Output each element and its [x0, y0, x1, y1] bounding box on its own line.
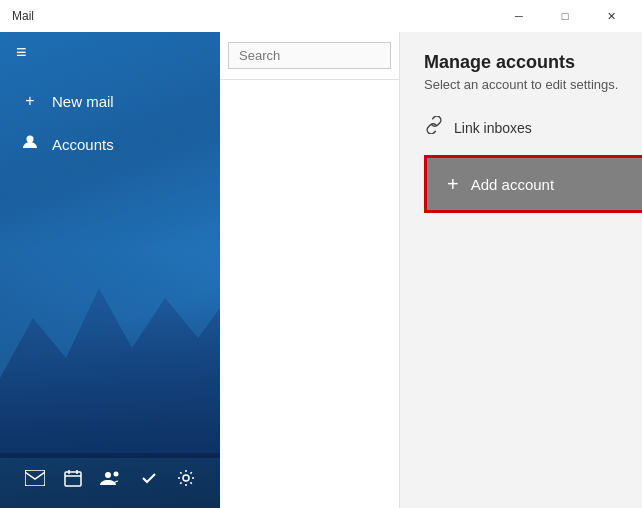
- svg-rect-1: [25, 470, 45, 486]
- sidebar-top: ≡: [0, 32, 220, 72]
- panel-title: Manage accounts: [424, 52, 642, 73]
- app-title: Mail: [12, 9, 34, 23]
- minimize-button[interactable]: ─: [496, 0, 542, 32]
- sidebar: ≡ + New mail Accounts: [0, 32, 220, 508]
- accounts-icon: [20, 134, 40, 154]
- svg-point-6: [105, 472, 111, 478]
- window-controls: ─ □ ✕: [496, 0, 634, 32]
- link-inboxes-row[interactable]: Link inboxes: [424, 112, 642, 143]
- link-inboxes-label: Link inboxes: [454, 120, 532, 136]
- accounts-label: Accounts: [52, 136, 114, 153]
- titlebar: Mail ─ □ ✕: [0, 0, 642, 32]
- calendar-footer-icon[interactable]: [56, 465, 90, 496]
- people-footer-icon[interactable]: [92, 466, 130, 495]
- nav-item-new-mail[interactable]: + New mail: [0, 80, 220, 122]
- svg-point-0: [27, 136, 34, 143]
- app-body: ≡ + New mail Accounts: [0, 32, 642, 508]
- sidebar-nav: + New mail Accounts: [0, 72, 220, 174]
- sidebar-footer: [0, 453, 220, 508]
- svg-point-7: [113, 472, 118, 477]
- tasks-footer-icon[interactable]: [132, 465, 166, 496]
- nav-item-accounts[interactable]: Accounts: [0, 122, 220, 166]
- new-mail-icon: +: [20, 92, 40, 110]
- middle-panel: [220, 32, 400, 508]
- right-panel: Manage accounts Select an account to edi…: [400, 32, 642, 508]
- search-input[interactable]: [228, 42, 391, 69]
- panel-subtitle: Select an account to edit settings.: [424, 77, 642, 92]
- maximize-button[interactable]: □: [542, 0, 588, 32]
- mail-footer-icon[interactable]: [17, 466, 53, 495]
- settings-footer-icon[interactable]: [169, 465, 203, 496]
- plus-icon: +: [447, 174, 459, 194]
- add-account-label: Add account: [471, 176, 554, 193]
- new-mail-label: New mail: [52, 93, 114, 110]
- add-account-button[interactable]: + Add account: [424, 155, 642, 213]
- svg-point-8: [183, 475, 189, 481]
- hamburger-icon[interactable]: ≡: [16, 42, 27, 63]
- search-bar: [220, 32, 399, 80]
- svg-rect-2: [65, 472, 81, 486]
- link-icon: [424, 116, 444, 139]
- close-button[interactable]: ✕: [588, 0, 634, 32]
